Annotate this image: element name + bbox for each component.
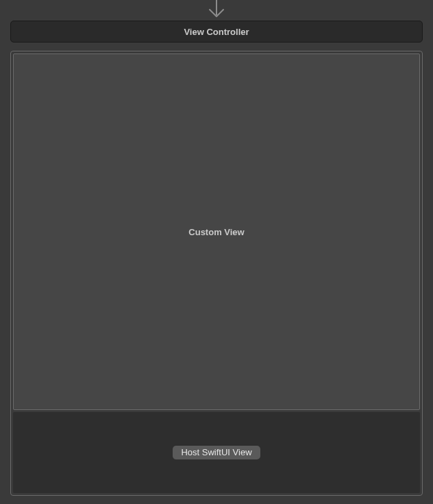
- custom-view-label: Custom View: [188, 227, 244, 237]
- view-controller-scene[interactable]: Custom View Host SwiftUI View: [10, 51, 423, 496]
- custom-view[interactable]: Custom View: [13, 53, 420, 410]
- host-button-label: Host SwiftUI View: [181, 447, 251, 457]
- host-swiftui-view-button[interactable]: Host SwiftUI View: [173, 446, 260, 459]
- bottom-panel[interactable]: Host SwiftUI View: [13, 412, 420, 493]
- segue-arrow-container: [10, 0, 423, 21]
- view-controller-title: View Controller: [184, 27, 249, 37]
- storyboard-canvas: View Controller Custom View Host SwiftUI…: [0, 0, 433, 504]
- view-controller-title-bar[interactable]: View Controller: [10, 21, 423, 43]
- arrow-down-icon: [203, 0, 230, 21]
